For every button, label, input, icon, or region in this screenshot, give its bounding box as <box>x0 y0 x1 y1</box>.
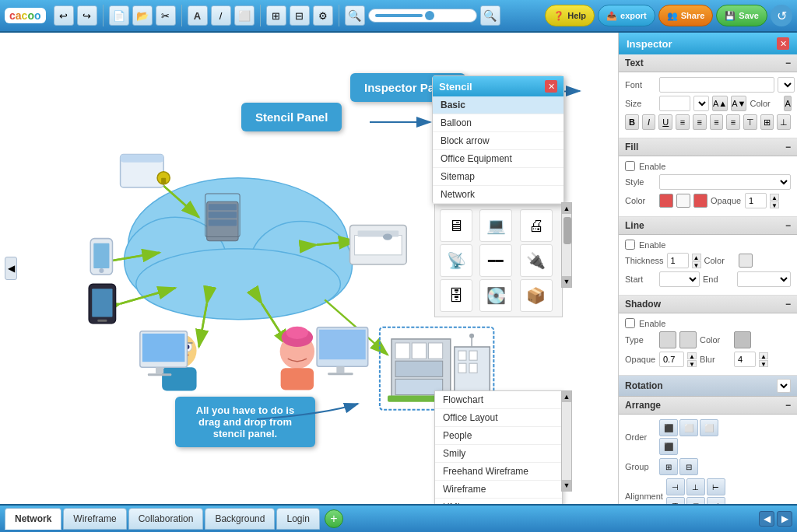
stencil-item-freehand[interactable]: Freehand Wireframe <box>435 463 562 481</box>
lower-scroll-down-button[interactable]: ▼ <box>562 480 571 491</box>
settings-button[interactable]: ⚙ <box>313 5 333 26</box>
fill-opaque-up[interactable]: ▲ <box>770 194 779 201</box>
scroll-up-button[interactable]: ▲ <box>562 203 571 214</box>
order-btn-1[interactable]: ⬛ <box>659 419 678 436</box>
zoom-in-button[interactable]: 🔍 <box>480 5 500 26</box>
thickness-down[interactable]: ▼ <box>692 261 701 268</box>
stencil-img-db2[interactable]: 💽 <box>479 279 512 312</box>
font-input[interactable] <box>659 77 774 93</box>
line-enable-checkbox[interactable] <box>625 240 635 250</box>
stencil-lower-scroll-bar[interactable]: ▲ ▼ <box>561 390 572 492</box>
export-button[interactable]: 📤 export <box>598 5 655 26</box>
font-size-down-button[interactable]: A▼ <box>731 96 746 111</box>
line-color-box[interactable] <box>739 254 753 268</box>
stencil-item-uml[interactable]: UML <box>435 499 562 504</box>
shadow-opaque-down[interactable]: ▼ <box>687 360 697 367</box>
stencil-item-people[interactable]: People <box>435 427 562 445</box>
arrange-section-header[interactable]: Arrange − <box>619 397 797 415</box>
shadow-color-box[interactable] <box>734 331 751 348</box>
canvas[interactable]: Stencil Panel Inspector Panel All you ha… <box>0 33 618 504</box>
fill-color-2[interactable] <box>676 194 690 208</box>
tab-wireframe[interactable]: Wireframe <box>63 508 126 530</box>
font-size-up-button[interactable]: A▲ <box>712 96 728 111</box>
align-btn-6[interactable]: ⊣ <box>707 497 725 504</box>
shadow-enable-checkbox[interactable] <box>625 318 635 328</box>
stencil-img-server3[interactable]: 🖨 <box>520 209 553 242</box>
valign-mid-button[interactable]: ⊞ <box>760 114 774 130</box>
rotation-select[interactable] <box>777 379 791 393</box>
tab-background[interactable]: Background <box>205 508 275 530</box>
rotation-section-header[interactable]: Rotation <box>619 376 797 397</box>
bottom-nav-left[interactable]: ◀ <box>759 511 774 527</box>
bottom-nav-right[interactable]: ▶ <box>777 511 792 527</box>
italic-button[interactable]: I <box>642 114 656 130</box>
grid-button[interactable]: ⊞ <box>266 5 286 26</box>
group-btn-2[interactable]: ⊟ <box>679 458 698 475</box>
shadow-blur-input[interactable] <box>734 352 756 367</box>
help-button[interactable]: ❓ Help <box>545 5 595 26</box>
fill-color-1[interactable] <box>659 194 673 208</box>
new-button[interactable]: 📄 <box>109 5 129 26</box>
line-section-header[interactable]: Line − <box>619 217 797 235</box>
line-end-select[interactable] <box>737 271 791 287</box>
stencil-img-db1[interactable]: 🗄 <box>440 279 472 312</box>
stencil-img-net2[interactable]: ━━ <box>479 244 512 277</box>
shadow-type-2[interactable] <box>679 331 697 348</box>
size-input[interactable] <box>659 96 690 111</box>
stencil-item-office-equip[interactable]: Office Equipment <box>433 150 564 168</box>
size-select[interactable] <box>693 96 709 111</box>
canvas-scroll-left[interactable]: ◀ <box>5 257 17 280</box>
tab-login[interactable]: Login <box>276 508 319 530</box>
shadow-opaque-input[interactable] <box>659 352 684 367</box>
fill-enable-checkbox[interactable] <box>625 161 635 171</box>
stencil-img-server2[interactable]: 💻 <box>479 209 512 242</box>
stencil-img-net1[interactable]: 📡 <box>440 244 472 277</box>
fill-style-select[interactable] <box>659 174 791 190</box>
text-section-header[interactable]: Text − <box>619 54 797 72</box>
inspector-close-button[interactable]: ✕ <box>777 37 789 50</box>
cut-button[interactable]: ✂ <box>156 5 176 26</box>
tab-network[interactable]: Network <box>5 508 61 530</box>
order-btn-4[interactable]: ⬛ <box>659 438 678 455</box>
draw-button[interactable]: / <box>211 5 231 26</box>
group-btn-1[interactable]: ⊞ <box>659 458 678 475</box>
stencil-img-db3[interactable]: 📦 <box>520 279 553 312</box>
stencil-img-net3[interactable]: 🔌 <box>520 244 553 277</box>
align-btn-5[interactable]: ⊞ <box>686 497 705 504</box>
align-justify-button[interactable]: ≡ <box>726 114 740 130</box>
save-button[interactable]: 💾 Save <box>716 5 767 26</box>
thickness-up[interactable]: ▲ <box>692 254 701 261</box>
stencil-close-button[interactable]: ✕ <box>545 80 557 93</box>
stencil-item-office-layout[interactable]: Office Layout <box>435 409 562 427</box>
align-btn-4[interactable]: ⊤ <box>666 497 685 504</box>
lower-scroll-up-button[interactable]: ▲ <box>562 391 571 402</box>
font-select[interactable] <box>778 77 795 93</box>
stencil-scroll-bar[interactable]: ▲ ▼ <box>561 202 572 288</box>
add-tab-button[interactable]: + <box>325 509 343 528</box>
open-button[interactable]: 📂 <box>132 5 153 26</box>
stencil-item-block-arrow[interactable]: Block arrow <box>433 132 564 150</box>
zoom-handle[interactable] <box>425 11 434 20</box>
stencil-item-basic[interactable]: Basic <box>433 96 564 114</box>
fill-color-3[interactable] <box>693 194 707 208</box>
stencil-item-sitemap[interactable]: Sitemap <box>433 168 564 186</box>
fill-opaque-input[interactable] <box>745 193 767 208</box>
line-thickness-input[interactable] <box>667 253 689 268</box>
layout-button[interactable]: ⊟ <box>290 5 310 26</box>
tab-collaboration[interactable]: Collaboration <box>128 508 204 530</box>
scroll-down-button[interactable]: ▼ <box>562 276 571 287</box>
order-btn-3[interactable]: ⬜ <box>700 419 718 436</box>
share-button[interactable]: 👥 Share <box>658 5 714 26</box>
stencil-item-wireframe[interactable]: Wireframe <box>435 481 562 499</box>
stencil-item-smily[interactable]: Smily <box>435 445 562 463</box>
zoom-slider[interactable] <box>368 9 477 23</box>
color-picker-button[interactable]: A <box>784 96 791 111</box>
fill-section-header[interactable]: Fill − <box>619 138 797 156</box>
shadow-blur-up[interactable]: ▲ <box>759 352 768 359</box>
shape-button[interactable]: ⬜ <box>234 5 255 26</box>
underline-button[interactable]: U <box>658 114 672 130</box>
align-btn-3[interactable]: ⊢ <box>707 478 725 495</box>
inspector-scrollable[interactable]: Text − Font Size A▲ A▼ Color A <box>619 54 797 504</box>
valign-top-button[interactable]: ⊤ <box>743 114 757 130</box>
line-start-select[interactable] <box>659 271 700 287</box>
